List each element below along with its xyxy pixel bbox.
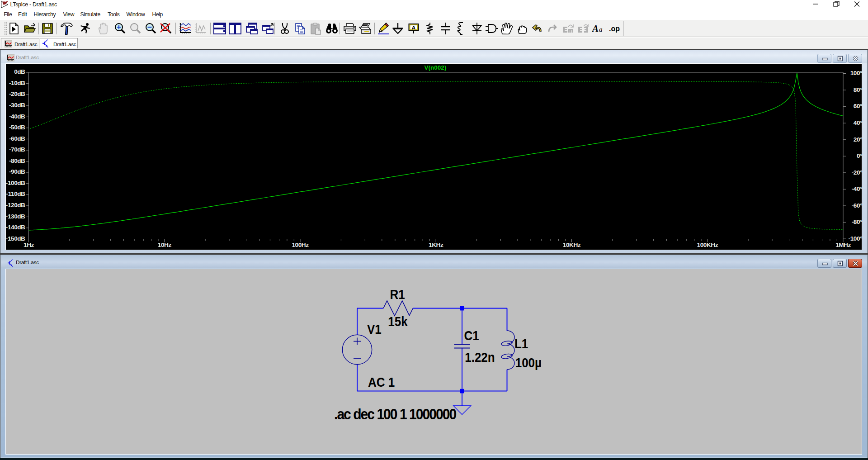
svg-text:15k: 15k [388,314,408,329]
svg-text:100KHz: 100KHz [697,242,718,248]
svg-text:-130dB: -130dB [6,213,25,220]
svg-text:R1: R1 [390,287,405,301]
svg-text:100Hz: 100Hz [292,242,309,248]
svg-text:20°: 20° [854,136,862,143]
svg-text:100µ: 100µ [515,356,541,370]
svg-text:-60°: -60° [852,202,862,209]
svg-text:-150dB: -150dB [6,235,25,242]
svg-text:10KHz: 10KHz [563,242,581,248]
svg-text:-20dB: -20dB [9,90,25,97]
svg-text:L1: L1 [514,337,528,351]
svg-text:-100°: -100° [849,235,862,242]
svg-text:1.22n: 1.22n [465,350,495,365]
svg-text:V(n002): V(n002) [425,64,447,71]
svg-text:10Hz: 10Hz [158,242,172,248]
svg-text:-60dB: -60dB [9,135,25,142]
svg-text:0dB: 0dB [14,68,25,75]
svg-text:0°: 0° [857,152,862,159]
svg-text:-40°: -40° [852,185,862,192]
svg-text:-10dB: -10dB [9,80,25,86]
svg-text:100°: 100° [850,70,862,76]
svg-text:C1: C1 [464,328,479,343]
svg-text:-80dB: -80dB [9,157,25,164]
svg-text:-40dB: -40dB [9,113,25,120]
svg-text:A: A [412,25,415,30]
svg-text:80°: 80° [854,86,862,93]
svg-text:-120dB: -120dB [6,202,25,209]
svg-text:.op: .op [609,25,620,33]
svg-text:-30dB: -30dB [9,102,25,109]
svg-text:AC 1: AC 1 [368,375,395,389]
svg-text:40°: 40° [854,119,862,126]
svg-text:a: a [599,26,603,33]
svg-text:60°: 60° [854,103,862,109]
svg-text:1Hz: 1Hz [24,242,34,248]
svg-text:1MHz: 1MHz [835,242,851,248]
svg-text:-80°: -80° [852,218,862,225]
svg-text:-70dB: -70dB [9,146,25,153]
svg-text:V1: V1 [367,322,381,337]
svg-text:-20°: -20° [852,169,862,176]
svg-text:-50dB: -50dB [9,124,25,131]
svg-text:-140dB: -140dB [6,224,25,231]
svg-text:1KHz: 1KHz [429,242,443,248]
svg-text:A: A [592,24,599,33]
svg-text:.ac dec 100 1 1000000: .ac dec 100 1 1000000 [334,405,457,422]
svg-text:-90dB: -90dB [9,168,25,175]
svg-text:-110dB: -110dB [6,190,26,197]
svg-text:-100dB: -100dB [6,180,25,186]
